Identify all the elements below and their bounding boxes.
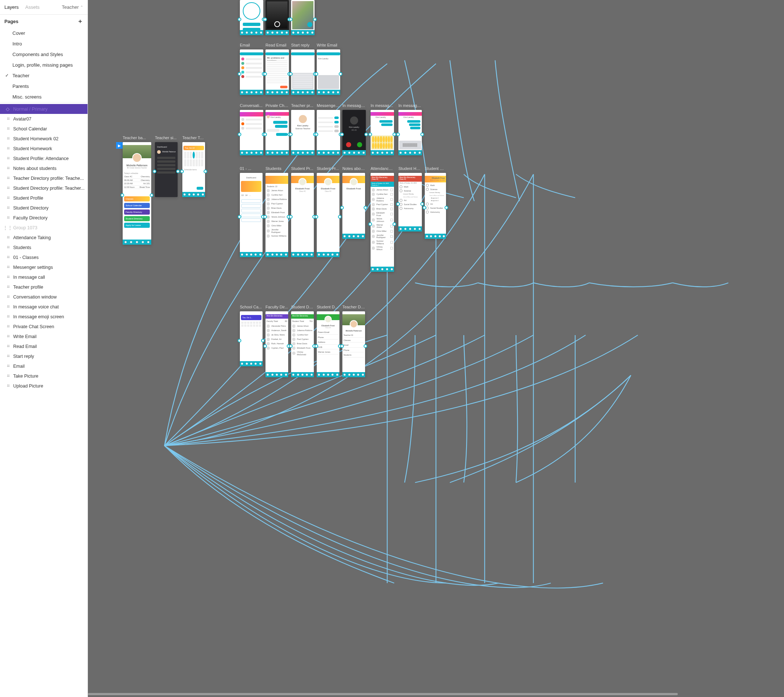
- page-item[interactable]: Parents: [0, 81, 87, 92]
- layer-item[interactable]: ⌗Attendance Taking: [0, 232, 87, 242]
- hotspot[interactable]: [364, 133, 368, 136]
- layer-item[interactable]: ⌗Read Email: [0, 341, 87, 351]
- hotspot[interactable]: [368, 133, 372, 136]
- frame-email[interactable]: Email: [240, 49, 263, 95]
- list-item[interactable]: James Arbon: [267, 189, 287, 192]
- list-item[interactable]: James Arbon: [372, 188, 393, 191]
- hotspot[interactable]: [263, 18, 267, 21]
- list-item[interactable]: Science: [400, 189, 421, 192]
- horizontal-scrollbar[interactable]: [88, 692, 782, 696]
- layer-item[interactable]: ⌗Upload Picture: [0, 381, 87, 391]
- layer-item[interactable]: ⌗Student Profile: Attendance: [0, 153, 87, 163]
- hotspot[interactable]: [180, 170, 184, 173]
- list-item[interactable]: Jennifer Rodriguez: [372, 234, 393, 239]
- layer-item[interactable]: ⌗Student Homework 02: [0, 134, 87, 143]
- list-item[interactable]: Velora Johnson: [372, 218, 393, 222]
- hotspot[interactable]: [364, 206, 367, 209]
- layer-item[interactable]: ⌗Avatar07: [0, 114, 87, 124]
- layer-item[interactable]: ⌗Student Homework: [0, 143, 87, 153]
- frame-student-profile[interactable]: Student Pr... Elizabeth Frost Class 4C: [291, 173, 314, 257]
- layer-item[interactable]: ⌗Student Directory profile: Teacher...: [0, 183, 87, 193]
- hotspot[interactable]: [313, 18, 317, 21]
- list-item[interactable]: Frankel, Ari: [267, 338, 287, 341]
- frame-teacher-base[interactable]: Teacher ba... Michelle Patterson 8th Gra…: [123, 142, 151, 245]
- page-item[interactable]: Teacher: [0, 70, 87, 81]
- list-item[interactable]: Paul Cyprien: [292, 338, 313, 341]
- list-item[interactable]: Julianna Robbins: [372, 197, 393, 202]
- tab-assets[interactable]: Assets: [25, 4, 40, 10]
- list-item[interactable]: James Arbon: [292, 325, 313, 328]
- hotspot[interactable]: [315, 72, 318, 76]
- hotspot[interactable]: [340, 206, 344, 209]
- frame-read-email[interactable]: Read Email RE: problems and questions: [265, 49, 289, 95]
- hotspot[interactable]: [289, 133, 293, 136]
- page-dropdown[interactable]: Teacher ⌃: [62, 4, 83, 10]
- layer-item[interactable]: ⌗Write Email: [0, 331, 87, 341]
- list-item[interactable]: Julianna Robbins: [292, 329, 313, 332]
- list-item[interactable]: Chris Miller: [267, 224, 287, 227]
- list-item[interactable]: Elizabeth Frost: [292, 346, 313, 350]
- hotspot[interactable]: [263, 133, 267, 136]
- hotspot[interactable]: [445, 206, 448, 209]
- hotspot[interactable]: [396, 133, 400, 136]
- hotspot[interactable]: [289, 72, 293, 76]
- list-item[interactable]: Christy McDonald: [292, 351, 313, 356]
- frame-student-homework[interactable]: Student Ho... West Elm Elementary Class …: [399, 173, 422, 231]
- hotspot[interactable]: [340, 344, 344, 348]
- hotspot[interactable]: [420, 202, 424, 206]
- layer-item[interactable]: ⌗Student Profile: [0, 193, 87, 203]
- list-item[interactable]: Velora Johnson: [267, 215, 287, 219]
- hotspot[interactable]: [392, 133, 396, 136]
- dashboard-button[interactable]: Student Directory: [124, 216, 150, 221]
- layer-item[interactable]: ⌗Teacher profile: [0, 282, 87, 292]
- layer-item[interactable]: ⌗In message voice chat: [0, 302, 87, 312]
- list-item[interactable]: Alexander Petro: [267, 325, 287, 328]
- layer-item[interactable]: ⌗Teacher Directory profile: Teache...: [0, 173, 87, 183]
- list-item[interactable]: Warner Jones: [267, 220, 287, 223]
- list-item[interactable]: Math: [426, 184, 445, 187]
- hotspot[interactable]: [238, 215, 241, 219]
- hotspot[interactable]: [423, 206, 426, 209]
- frame-in-message-voice[interactable]: In message... Kim Landry: [399, 110, 422, 155]
- hotspot[interactable]: [150, 193, 153, 197]
- list-item[interactable]: Somner Williams: [267, 234, 287, 238]
- layer-item[interactable]: ⋮⋮Group 1073: [0, 223, 87, 232]
- hotspot[interactable]: [263, 215, 267, 219]
- hotspot[interactable]: [339, 72, 343, 76]
- list-item[interactable]: Brian Davis: [372, 207, 393, 211]
- hotspot[interactable]: [315, 215, 318, 219]
- list-item[interactable]: Cynthia Kerr: [267, 193, 287, 197]
- frame-teacher-side[interactable]: Teacher si... Dashboard Michelle Patters…: [155, 142, 178, 197]
- list-item[interactable]: Social Studies: [400, 203, 421, 206]
- flow-start-badge[interactable]: ▶: [116, 142, 123, 149]
- frame-conversation[interactable]: Conversati...: [240, 110, 263, 155]
- list-item[interactable]: Art: [400, 199, 421, 202]
- list-item[interactable]: Elizabeth Frost: [267, 211, 287, 214]
- frame-take-picture[interactable]: [265, 0, 289, 35]
- layer-item[interactable]: ⌗Faculty Directory: [0, 213, 87, 223]
- tab-layers[interactable]: Layers: [4, 4, 19, 10]
- hotspot[interactable]: [338, 215, 342, 219]
- frame-in-message-call[interactable]: In message... Kim Landry 00:15: [343, 110, 366, 155]
- list-item[interactable]: Art: [426, 203, 445, 206]
- frame-student-directory[interactable]: Student Dir... West Elm Elementary Stude…: [291, 311, 314, 377]
- hotspot[interactable]: [238, 133, 241, 136]
- list-item[interactable]: Anderson, Sarah: [267, 329, 287, 332]
- hotspot[interactable]: [289, 344, 293, 348]
- frame-teacher-profile[interactable]: Teacher pr... Kim Landry Science Teacher: [291, 110, 315, 155]
- hotspot[interactable]: [368, 222, 372, 226]
- list-item[interactable]: Roth, Hannah: [267, 342, 287, 345]
- list-item[interactable]: Warner Jones: [372, 224, 393, 229]
- list-item[interactable]: Brian Davis: [292, 342, 313, 345]
- hotspot[interactable]: [315, 344, 318, 348]
- frame-teacher-tabs[interactable]: Teacher Ta... Tue, Oct 14 Schedule items: [182, 142, 205, 197]
- hotspot[interactable]: [263, 72, 267, 76]
- layer-item[interactable]: ⌗Private Chat Screen: [0, 321, 87, 331]
- layer-item[interactable]: ⌗Start reply: [0, 351, 87, 361]
- hotspot[interactable]: [392, 222, 396, 226]
- list-item[interactable]: Chris Miller: [372, 230, 393, 233]
- hotspot[interactable]: [289, 215, 293, 219]
- page-item[interactable]: Misc. screens: [0, 92, 87, 102]
- list-item[interactable]: Cyprien, Paul: [267, 346, 287, 350]
- page-item[interactable]: Cover: [0, 28, 87, 38]
